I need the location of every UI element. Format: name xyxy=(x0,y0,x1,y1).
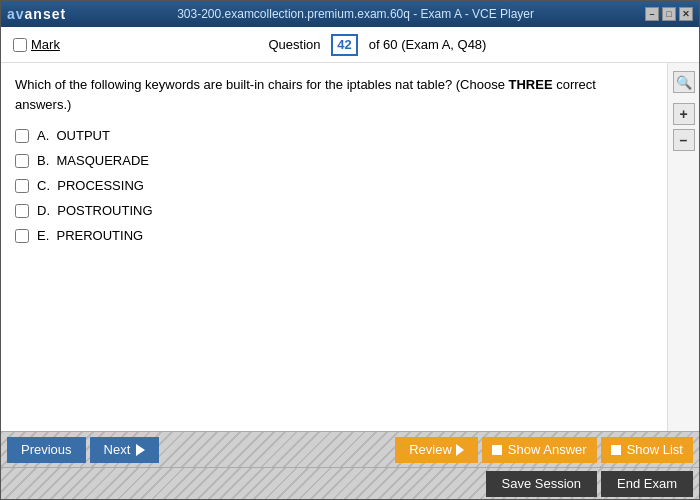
next-arrow-icon xyxy=(136,444,145,456)
search-icon-button[interactable]: 🔍 xyxy=(673,71,695,93)
mark-section: Mark xyxy=(13,37,60,52)
option-e-label: E. PREROUTING xyxy=(37,228,143,243)
show-answer-button[interactable]: Show Answer xyxy=(482,437,597,463)
checkbox-a[interactable] xyxy=(15,129,29,143)
mark-checkbox[interactable] xyxy=(13,38,27,52)
logo-part1: av xyxy=(7,6,25,22)
answer-option-d: D. POSTROUTING xyxy=(15,203,653,218)
minimize-button[interactable]: – xyxy=(645,7,659,21)
answer-option-e: E. PREROUTING xyxy=(15,228,653,243)
review-label: Review xyxy=(409,442,452,457)
close-button[interactable]: ✕ xyxy=(679,7,693,21)
checkbox-b[interactable] xyxy=(15,154,29,168)
bottom-nav: Previous Next Review Show Answer Show Li… xyxy=(1,431,699,467)
zoom-in-button[interactable]: + xyxy=(673,103,695,125)
window-controls: – □ ✕ xyxy=(645,7,693,21)
main-window: avanset 303-200.examcollection.premium.e… xyxy=(0,0,700,500)
previous-button[interactable]: Previous xyxy=(7,437,86,463)
content-area: Which of the following keywords are buil… xyxy=(1,63,699,431)
checkbox-c[interactable] xyxy=(15,179,29,193)
maximize-button[interactable]: □ xyxy=(662,7,676,21)
answer-option-c: C. PROCESSING xyxy=(15,178,653,193)
question-text: Which of the following keywords are buil… xyxy=(15,75,653,114)
option-d-label: D. POSTROUTING xyxy=(37,203,153,218)
show-answer-icon xyxy=(492,445,502,455)
question-total: of 60 (Exam A, Q48) xyxy=(369,37,487,52)
answer-option-b: B. MASQUERADE xyxy=(15,153,653,168)
question-header: Mark Question 42 of 60 (Exam A, Q48) xyxy=(1,27,699,63)
next-label: Next xyxy=(104,442,131,457)
question-panel: Which of the following keywords are buil… xyxy=(1,63,667,431)
question-info: Question 42 of 60 (Exam A, Q48) xyxy=(68,34,687,56)
window-title: 303-200.examcollection.premium.exam.60q … xyxy=(177,7,534,21)
logo-text: avanset xyxy=(7,6,66,22)
checkbox-e[interactable] xyxy=(15,229,29,243)
question-number-badge: 42 xyxy=(331,34,357,56)
show-list-button[interactable]: Show List xyxy=(601,437,693,463)
question-text-prefix: Which of the following keywords are buil… xyxy=(15,77,509,92)
option-b-label: B. MASQUERADE xyxy=(37,153,149,168)
save-session-button[interactable]: Save Session xyxy=(486,471,598,497)
title-bar: avanset 303-200.examcollection.premium.e… xyxy=(1,1,699,27)
review-arrow-icon xyxy=(456,444,464,456)
end-exam-button[interactable]: End Exam xyxy=(601,471,693,497)
question-text-bold: THREE xyxy=(509,77,553,92)
show-answer-label: Show Answer xyxy=(508,442,587,457)
logo: avanset xyxy=(7,6,66,22)
next-button[interactable]: Next xyxy=(90,437,160,463)
question-label: Question xyxy=(268,37,320,52)
answer-option-a: A. OUTPUT xyxy=(15,128,653,143)
review-button[interactable]: Review xyxy=(395,437,478,463)
mark-label[interactable]: Mark xyxy=(31,37,60,52)
zoom-out-button[interactable]: – xyxy=(673,129,695,151)
bottom-action-bar: Save Session End Exam xyxy=(1,467,699,499)
option-c-label: C. PROCESSING xyxy=(37,178,144,193)
show-list-icon xyxy=(611,445,621,455)
option-a-label: A. OUTPUT xyxy=(37,128,110,143)
right-sidebar: 🔍 + – xyxy=(667,63,699,431)
logo-part2: anset xyxy=(25,6,67,22)
show-list-label: Show List xyxy=(627,442,683,457)
checkbox-d[interactable] xyxy=(15,204,29,218)
